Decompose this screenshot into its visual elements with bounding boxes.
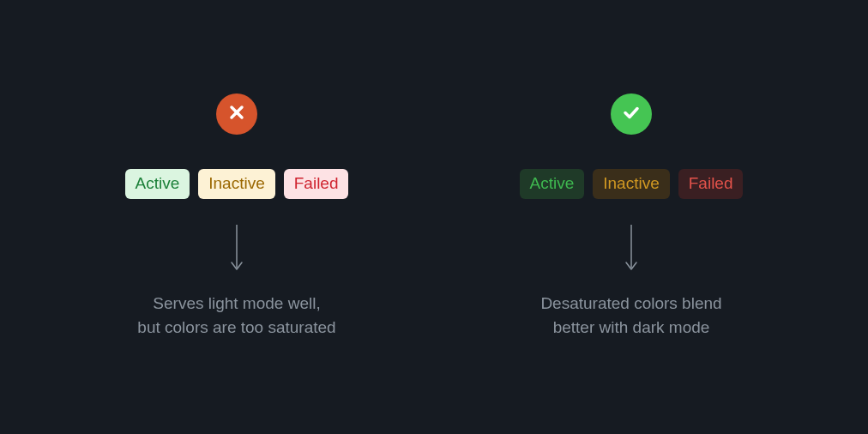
badge-inactive-dark: Inactive [593, 169, 669, 199]
left-badges: Active Inactive Failed [125, 169, 349, 199]
left-caption-line2: but colors are too saturated [137, 318, 335, 336]
right-column: Active Inactive Failed Desaturated color… [485, 93, 777, 341]
right-caption: Desaturated colors blend better with dar… [540, 292, 721, 341]
cross-icon-circle [216, 93, 257, 135]
right-caption-line1: Desaturated colors blend [540, 294, 721, 312]
right-caption-line2: better with dark mode [553, 318, 710, 336]
comparison-container: Active Inactive Failed Serves light mode… [91, 93, 777, 341]
check-icon-circle [611, 93, 652, 135]
cross-icon [226, 102, 247, 126]
left-column: Active Inactive Failed Serves light mode… [91, 93, 383, 341]
arrow-down-icon [623, 223, 640, 274]
badge-failed-light: Failed [284, 169, 349, 199]
check-icon [621, 102, 642, 126]
badge-failed-dark: Failed [678, 169, 744, 199]
left-caption-line1: Serves light mode well, [153, 294, 320, 312]
badge-inactive-light: Inactive [198, 169, 274, 199]
badge-active-dark: Active [520, 169, 585, 199]
arrow-down-icon [228, 223, 245, 274]
right-badges: Active Inactive Failed [520, 169, 744, 199]
badge-active-light: Active [125, 169, 190, 199]
left-caption: Serves light mode well, but colors are t… [137, 292, 335, 341]
